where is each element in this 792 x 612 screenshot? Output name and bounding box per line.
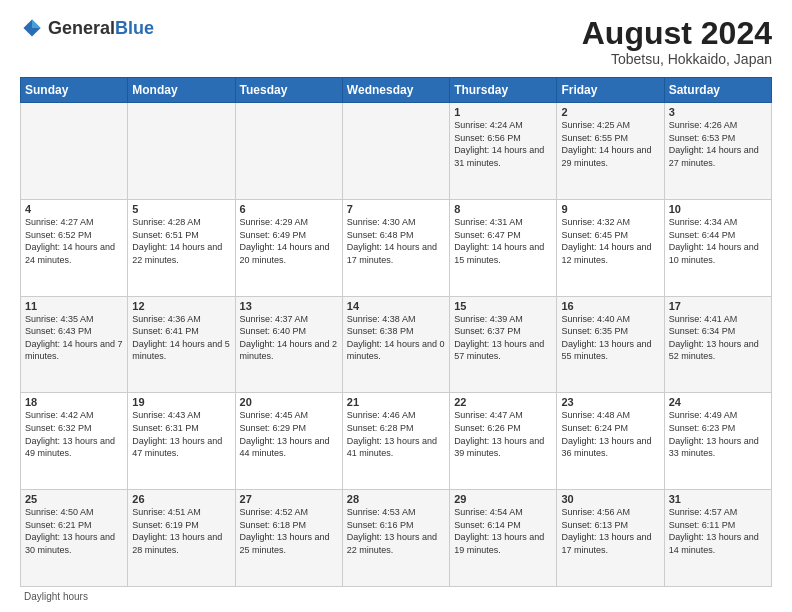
calendar-week-0: 1Sunrise: 4:24 AM Sunset: 6:56 PM Daylig… — [21, 103, 772, 200]
calendar-subtitle: Tobetsu, Hokkaido, Japan — [582, 51, 772, 67]
day-info: Sunrise: 4:56 AM Sunset: 6:13 PM Dayligh… — [561, 506, 659, 556]
day-info: Sunrise: 4:38 AM Sunset: 6:38 PM Dayligh… — [347, 313, 445, 363]
day-info: Sunrise: 4:37 AM Sunset: 6:40 PM Dayligh… — [240, 313, 338, 363]
day-number: 16 — [561, 300, 659, 312]
day-info: Sunrise: 4:26 AM Sunset: 6:53 PM Dayligh… — [669, 119, 767, 169]
day-number: 30 — [561, 493, 659, 505]
day-info: Sunrise: 4:51 AM Sunset: 6:19 PM Dayligh… — [132, 506, 230, 556]
day-info: Sunrise: 4:27 AM Sunset: 6:52 PM Dayligh… — [25, 216, 123, 266]
day-info: Sunrise: 4:57 AM Sunset: 6:11 PM Dayligh… — [669, 506, 767, 556]
day-number: 9 — [561, 203, 659, 215]
calendar-header-row: Sunday Monday Tuesday Wednesday Thursday… — [21, 78, 772, 103]
calendar-cell: 2Sunrise: 4:25 AM Sunset: 6:55 PM Daylig… — [557, 103, 664, 200]
day-info: Sunrise: 4:46 AM Sunset: 6:28 PM Dayligh… — [347, 409, 445, 459]
day-number: 31 — [669, 493, 767, 505]
day-number: 8 — [454, 203, 552, 215]
calendar-cell: 29Sunrise: 4:54 AM Sunset: 6:14 PM Dayli… — [450, 490, 557, 587]
day-info: Sunrise: 4:43 AM Sunset: 6:31 PM Dayligh… — [132, 409, 230, 459]
calendar-title: August 2024 — [582, 16, 772, 51]
day-info: Sunrise: 4:31 AM Sunset: 6:47 PM Dayligh… — [454, 216, 552, 266]
calendar-cell: 5Sunrise: 4:28 AM Sunset: 6:51 PM Daylig… — [128, 199, 235, 296]
calendar-cell: 15Sunrise: 4:39 AM Sunset: 6:37 PM Dayli… — [450, 296, 557, 393]
calendar-cell: 22Sunrise: 4:47 AM Sunset: 6:26 PM Dayli… — [450, 393, 557, 490]
calendar-week-4: 25Sunrise: 4:50 AM Sunset: 6:21 PM Dayli… — [21, 490, 772, 587]
calendar-cell: 27Sunrise: 4:52 AM Sunset: 6:18 PM Dayli… — [235, 490, 342, 587]
day-number: 15 — [454, 300, 552, 312]
day-info: Sunrise: 4:39 AM Sunset: 6:37 PM Dayligh… — [454, 313, 552, 363]
day-info: Sunrise: 4:30 AM Sunset: 6:48 PM Dayligh… — [347, 216, 445, 266]
day-number: 7 — [347, 203, 445, 215]
day-number: 3 — [669, 106, 767, 118]
day-number: 1 — [454, 106, 552, 118]
day-info: Sunrise: 4:35 AM Sunset: 6:43 PM Dayligh… — [25, 313, 123, 363]
calendar-cell: 18Sunrise: 4:42 AM Sunset: 6:32 PM Dayli… — [21, 393, 128, 490]
calendar-cell: 19Sunrise: 4:43 AM Sunset: 6:31 PM Dayli… — [128, 393, 235, 490]
calendar-week-2: 11Sunrise: 4:35 AM Sunset: 6:43 PM Dayli… — [21, 296, 772, 393]
calendar-cell: 23Sunrise: 4:48 AM Sunset: 6:24 PM Dayli… — [557, 393, 664, 490]
day-info: Sunrise: 4:54 AM Sunset: 6:14 PM Dayligh… — [454, 506, 552, 556]
calendar-cell: 9Sunrise: 4:32 AM Sunset: 6:45 PM Daylig… — [557, 199, 664, 296]
calendar-cell: 26Sunrise: 4:51 AM Sunset: 6:19 PM Dayli… — [128, 490, 235, 587]
calendar-cell: 3Sunrise: 4:26 AM Sunset: 6:53 PM Daylig… — [664, 103, 771, 200]
header: GeneralBlue August 2024 Tobetsu, Hokkaid… — [20, 16, 772, 67]
day-number: 12 — [132, 300, 230, 312]
day-number: 26 — [132, 493, 230, 505]
calendar-cell: 1Sunrise: 4:24 AM Sunset: 6:56 PM Daylig… — [450, 103, 557, 200]
day-info: Sunrise: 4:40 AM Sunset: 6:35 PM Dayligh… — [561, 313, 659, 363]
day-info: Sunrise: 4:52 AM Sunset: 6:18 PM Dayligh… — [240, 506, 338, 556]
day-info: Sunrise: 4:42 AM Sunset: 6:32 PM Dayligh… — [25, 409, 123, 459]
day-number: 19 — [132, 396, 230, 408]
day-number: 10 — [669, 203, 767, 215]
calendar-cell: 21Sunrise: 4:46 AM Sunset: 6:28 PM Dayli… — [342, 393, 449, 490]
logo-blue: Blue — [115, 18, 154, 38]
calendar-cell: 11Sunrise: 4:35 AM Sunset: 6:43 PM Dayli… — [21, 296, 128, 393]
logo-icon — [20, 16, 44, 40]
calendar-cell: 28Sunrise: 4:53 AM Sunset: 6:16 PM Dayli… — [342, 490, 449, 587]
day-number: 22 — [454, 396, 552, 408]
page: GeneralBlue August 2024 Tobetsu, Hokkaid… — [0, 0, 792, 612]
calendar-week-1: 4Sunrise: 4:27 AM Sunset: 6:52 PM Daylig… — [21, 199, 772, 296]
day-info: Sunrise: 4:48 AM Sunset: 6:24 PM Dayligh… — [561, 409, 659, 459]
calendar-cell: 17Sunrise: 4:41 AM Sunset: 6:34 PM Dayli… — [664, 296, 771, 393]
day-number: 11 — [25, 300, 123, 312]
day-info: Sunrise: 4:34 AM Sunset: 6:44 PM Dayligh… — [669, 216, 767, 266]
day-info: Sunrise: 4:53 AM Sunset: 6:16 PM Dayligh… — [347, 506, 445, 556]
day-number: 24 — [669, 396, 767, 408]
day-number: 17 — [669, 300, 767, 312]
calendar-cell: 10Sunrise: 4:34 AM Sunset: 6:44 PM Dayli… — [664, 199, 771, 296]
day-number: 29 — [454, 493, 552, 505]
header-sunday: Sunday — [21, 78, 128, 103]
day-info: Sunrise: 4:29 AM Sunset: 6:49 PM Dayligh… — [240, 216, 338, 266]
calendar-cell: 25Sunrise: 4:50 AM Sunset: 6:21 PM Dayli… — [21, 490, 128, 587]
header-monday: Monday — [128, 78, 235, 103]
calendar-cell: 30Sunrise: 4:56 AM Sunset: 6:13 PM Dayli… — [557, 490, 664, 587]
footer-note: Daylight hours — [20, 591, 772, 602]
header-wednesday: Wednesday — [342, 78, 449, 103]
calendar-cell — [342, 103, 449, 200]
calendar-cell: 4Sunrise: 4:27 AM Sunset: 6:52 PM Daylig… — [21, 199, 128, 296]
day-number: 20 — [240, 396, 338, 408]
calendar-cell: 14Sunrise: 4:38 AM Sunset: 6:38 PM Dayli… — [342, 296, 449, 393]
day-number: 27 — [240, 493, 338, 505]
calendar-cell: 31Sunrise: 4:57 AM Sunset: 6:11 PM Dayli… — [664, 490, 771, 587]
day-info: Sunrise: 4:28 AM Sunset: 6:51 PM Dayligh… — [132, 216, 230, 266]
day-number: 25 — [25, 493, 123, 505]
day-info: Sunrise: 4:36 AM Sunset: 6:41 PM Dayligh… — [132, 313, 230, 363]
day-info: Sunrise: 4:47 AM Sunset: 6:26 PM Dayligh… — [454, 409, 552, 459]
calendar-cell — [21, 103, 128, 200]
day-info: Sunrise: 4:32 AM Sunset: 6:45 PM Dayligh… — [561, 216, 659, 266]
day-number: 6 — [240, 203, 338, 215]
header-saturday: Saturday — [664, 78, 771, 103]
calendar-cell: 7Sunrise: 4:30 AM Sunset: 6:48 PM Daylig… — [342, 199, 449, 296]
day-number: 14 — [347, 300, 445, 312]
calendar-cell: 8Sunrise: 4:31 AM Sunset: 6:47 PM Daylig… — [450, 199, 557, 296]
svg-marker-1 — [32, 19, 41, 28]
day-info: Sunrise: 4:41 AM Sunset: 6:34 PM Dayligh… — [669, 313, 767, 363]
calendar-table: Sunday Monday Tuesday Wednesday Thursday… — [20, 77, 772, 587]
logo-general: General — [48, 18, 115, 38]
day-number: 21 — [347, 396, 445, 408]
day-info: Sunrise: 4:45 AM Sunset: 6:29 PM Dayligh… — [240, 409, 338, 459]
day-number: 23 — [561, 396, 659, 408]
day-number: 5 — [132, 203, 230, 215]
calendar-cell — [235, 103, 342, 200]
